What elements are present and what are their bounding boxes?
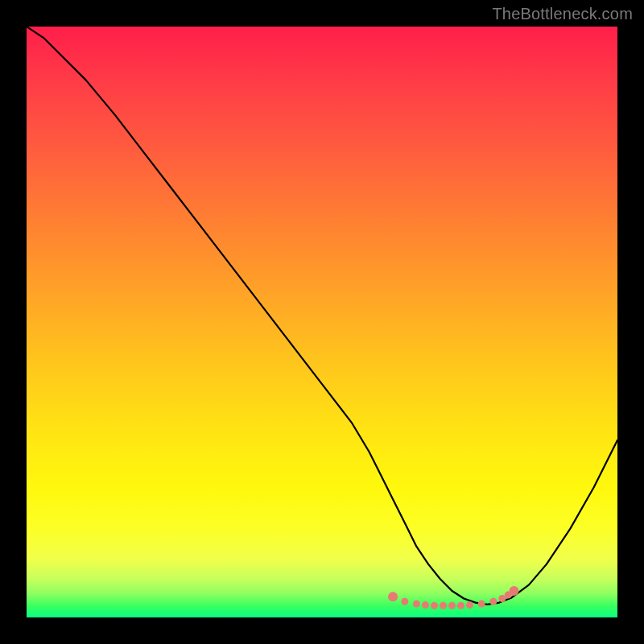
optimal-dot [478,601,485,608]
optimal-dot [448,602,456,609]
optimal-dot [431,602,438,609]
bottleneck-curve [27,27,617,605]
optimal-dot [489,598,497,605]
optimal-dot [440,602,447,609]
optimal-dot [401,598,408,605]
optimal-dot [510,586,519,596]
optimal-dot [457,602,464,609]
optimal-dot [422,601,429,609]
optimal-dot [388,592,398,601]
optimal-dot [466,601,473,609]
chart-svg [27,27,617,617]
optimal-dot [413,601,420,608]
chart-canvas: TheBottleneck.com [0,0,644,644]
plot-area [27,27,617,617]
watermark-text: TheBottleneck.com [492,5,633,23]
optimal-range-dots [388,586,518,609]
